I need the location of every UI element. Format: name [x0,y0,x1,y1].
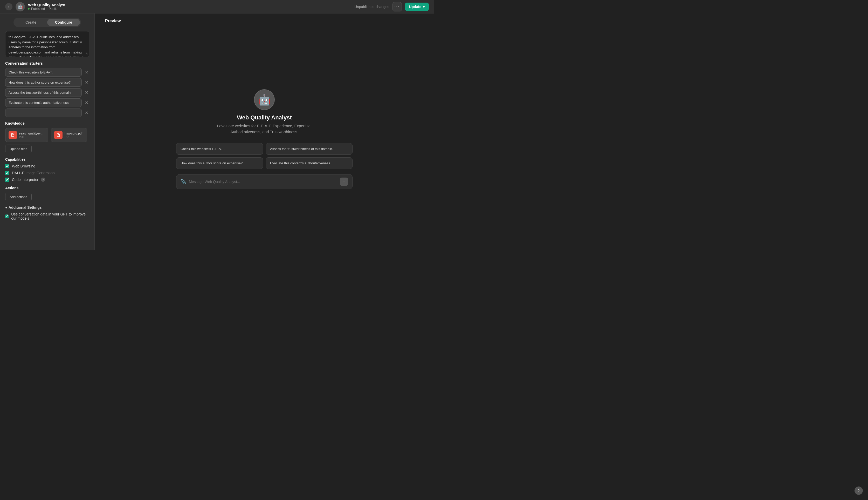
starter-row-2: ✕ [5,88,89,97]
file-item-0[interactable]: searchqualityevaluatorgui... PDF [5,128,48,142]
upload-files-button[interactable]: Upload files [5,145,32,153]
starter-row-4: ✕ [5,109,89,117]
starter-input-3[interactable] [5,99,82,107]
add-actions-button[interactable]: Add actions [5,193,32,201]
code-interpreter-help-icon[interactable]: ? [41,178,45,182]
resize-handle[interactable]: ⤡ [85,51,88,56]
capability-web-browsing: Web Browsing [5,164,89,168]
use-data-row: Use conversation data in your GPT to imp… [5,212,89,220]
separator: · [46,7,47,11]
starter-input-4[interactable] [5,109,82,117]
topbar: ‹ 🤖 Web Quality Analyst Published · Publ… [0,0,434,13]
message-input[interactable] [189,180,337,184]
capability-dalle: DALL·E Image Generation [5,171,89,175]
preview-header: Preview [95,13,126,29]
file-item-1[interactable]: hsw-sqrg.pdf PDF [51,128,87,142]
use-data-checkbox[interactable] [5,214,9,218]
preview-description: I evaluate websites for E-E-A-T: Experie… [202,123,327,135]
dalle-checkbox[interactable] [5,171,9,175]
starter-clear-1[interactable]: ✕ [84,79,89,86]
update-button[interactable]: Update ▾ [405,3,429,11]
pdf-icon-1 [54,131,62,139]
pdf-icon-0 [9,131,17,139]
status-dot [28,8,30,10]
additional-settings: ▾ Additional Settings Use conversation d… [5,205,89,220]
instruction-text: to Google's E-E-A-T guidelines, and addr… [9,35,83,57]
actions-header: Actions [5,186,89,190]
preview-avatar: 🤖 [254,89,275,110]
file-info-0: searchqualityevaluatorgui... PDF [19,132,45,138]
topbar-right: Unpublished changes ··· Update ▾ [354,2,429,11]
preview-content: 🤖 Web Quality Analyst I evaluate website… [95,29,434,250]
conversation-starters-header: Conversation starters [5,61,89,66]
web-browsing-label: Web Browsing [12,164,35,168]
agent-status: Published [31,7,45,11]
suggestion-btn-0[interactable]: Check this website's E-E-A-T. [176,143,263,155]
suggestion-btn-1[interactable]: Assess the trustworthiness of this domai… [266,143,353,155]
suggestion-btn-2[interactable]: How does this author score on expertise? [176,157,263,169]
starter-input-0[interactable] [5,68,82,77]
starter-row-0: ✕ [5,68,89,77]
agent-meta: Published · Public [28,7,66,11]
starter-clear-3[interactable]: ✕ [84,99,89,106]
web-browsing-checkbox[interactable] [5,164,9,168]
file-name-0: searchqualityevaluatorgui... [19,132,45,135]
additional-settings-label: Additional Settings [9,205,42,209]
starter-row-1: ✕ [5,78,89,87]
starter-row-3: ✕ [5,99,89,107]
main-layout: Create Configure to Google's E-E-A-T gui… [0,13,434,250]
tab-create[interactable]: Create [14,19,47,26]
right-panel: Preview 🤖 Web Quality Analyst I evaluate… [95,13,434,250]
starter-input-1[interactable] [5,78,82,87]
additional-settings-toggle[interactable]: ▾ Additional Settings [5,205,89,209]
topbar-left: ‹ 🤖 Web Quality Analyst Published · Publ… [5,2,66,11]
agent-visibility: Public [49,7,57,11]
more-options-button[interactable]: ··· [392,2,402,11]
tab-configure[interactable]: Configure [47,19,80,26]
starter-input-2[interactable] [5,88,82,97]
starter-clear-0[interactable]: ✕ [84,69,89,76]
dalle-label: DALL·E Image Generation [12,171,55,175]
send-button[interactable]: ↑ [340,178,348,186]
use-data-label: Use conversation data in your GPT to imp… [11,212,89,220]
agent-info: Web Quality Analyst Published · Public [28,3,66,11]
file-info-1: hsw-sqrg.pdf PDF [64,132,82,138]
preview-agent-name: Web Quality Analyst [237,114,292,121]
panel-content: to Google's E-E-A-T guidelines, and addr… [0,31,94,250]
starter-clear-4[interactable]: ✕ [84,109,89,116]
message-input-row: 📎 ↑ [176,174,353,189]
tabs: Create Configure [13,18,81,27]
capabilities-header: Capabilities [5,157,89,161]
update-label: Update [409,5,421,9]
code-interpreter-label: Code Interpreter [12,178,38,182]
chevron-down-icon: ▾ [5,205,7,209]
capability-code-interpreter: Code Interpreter ? [5,178,89,182]
file-name-1: hsw-sqrg.pdf [64,132,82,135]
suggestion-grid: Check this website's E-E-A-T. Assess the… [176,143,353,169]
knowledge-files: searchqualityevaluatorgui... PDF hsw-sqr… [5,128,89,142]
instruction-box[interactable]: to Google's E-E-A-T guidelines, and addr… [5,31,89,57]
file-type-0: PDF [19,135,45,138]
attach-button[interactable]: 📎 [180,179,186,184]
agent-name: Web Quality Analyst [28,3,66,7]
file-type-1: PDF [64,135,82,138]
update-chevron: ▾ [423,5,425,9]
knowledge-header: Knowledge [5,121,89,125]
starter-clear-2[interactable]: ✕ [84,89,89,96]
avatar: 🤖 [15,2,25,11]
left-panel: Create Configure to Google's E-E-A-T gui… [0,13,95,250]
suggestion-btn-3[interactable]: Evaluate this content's authoritativenes… [266,157,353,169]
back-button[interactable]: ‹ [5,3,12,10]
unpublished-label: Unpublished changes [354,5,389,9]
code-interpreter-checkbox[interactable] [5,178,9,182]
